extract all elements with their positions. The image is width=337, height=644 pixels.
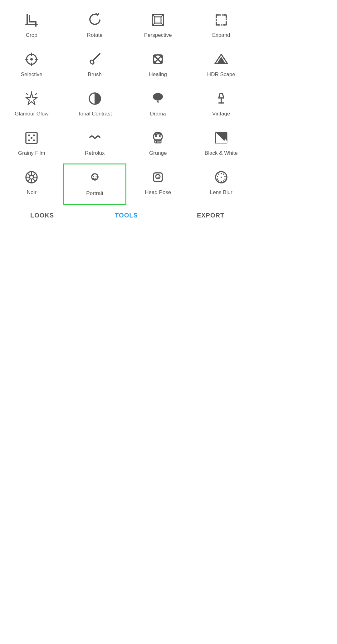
retrolux-icon	[87, 130, 102, 146]
svg-line-26	[27, 94, 27, 95]
glamour-icon	[24, 90, 39, 107]
tool-retrolux[interactable]: Retrolux	[63, 124, 127, 163]
brush-label: Brush	[88, 71, 102, 78]
tool-perspective[interactable]: Perspective	[126, 6, 190, 46]
tool-portrait[interactable]: Portrait	[63, 163, 127, 205]
crop-icon	[24, 12, 39, 28]
svg-point-39	[28, 139, 30, 141]
svg-marker-23	[217, 57, 226, 64]
vintage-label: Vintage	[212, 110, 230, 117]
perspective-label: Perspective	[144, 32, 172, 39]
svg-point-69	[218, 173, 219, 175]
rotate-label: Rotate	[87, 32, 103, 39]
tool-expand[interactable]: Expand	[190, 6, 253, 46]
head-pose-label: Head Pose	[145, 189, 171, 196]
selective-label: Selective	[21, 71, 42, 78]
svg-point-77	[217, 178, 218, 180]
svg-point-73	[224, 178, 226, 180]
svg-point-46	[159, 135, 161, 137]
hdr-label: HDR Scape	[207, 71, 235, 78]
svg-marker-32	[219, 94, 224, 98]
tools-grid: Crop Rotate Perspective	[0, 0, 253, 205]
grunge-label: Grunge	[149, 150, 167, 157]
svg-point-62	[95, 176, 96, 177]
svg-line-56	[27, 173, 30, 176]
svg-line-59	[27, 179, 30, 181]
retrolux-label: Retrolux	[85, 150, 105, 157]
svg-point-72	[224, 176, 226, 177]
svg-point-65	[157, 176, 158, 177]
tool-grainy-film[interactable]: Grainy Film	[0, 124, 63, 163]
noir-label: Noir	[27, 189, 37, 196]
grainy-icon	[24, 130, 39, 146]
tonal-icon	[87, 90, 102, 107]
vintage-icon	[214, 90, 229, 107]
svg-point-38	[31, 137, 32, 139]
bw-label: Black & White	[205, 150, 238, 157]
svg-line-57	[33, 179, 36, 181]
svg-point-37	[33, 134, 35, 136]
drama-icon	[150, 90, 165, 107]
svg-point-36	[28, 134, 30, 136]
svg-point-68	[221, 177, 222, 178]
svg-line-17	[99, 54, 100, 55]
svg-point-70	[221, 173, 222, 174]
healing-label: Healing	[149, 71, 167, 78]
svg-point-78	[217, 176, 218, 177]
portrait-label: Portrait	[86, 190, 103, 197]
svg-point-74	[223, 180, 224, 182]
tool-rotate[interactable]: Rotate	[63, 6, 127, 46]
svg-point-45	[155, 135, 157, 137]
svg-rect-7	[155, 17, 161, 23]
grainy-label: Grainy Film	[18, 150, 45, 157]
brush-icon	[87, 51, 102, 67]
nav-looks[interactable]: LOOKS	[0, 205, 84, 226]
nav-export[interactable]: EXPORT	[168, 205, 253, 226]
tool-crop[interactable]: Crop	[0, 6, 63, 46]
tool-vintage[interactable]: Vintage	[190, 85, 253, 124]
bw-icon	[214, 130, 229, 146]
svg-point-40	[33, 139, 35, 141]
tonal-label: Tonal Contrast	[78, 110, 112, 117]
tool-head-pose[interactable]: Head Pose	[126, 163, 190, 205]
lens-blur-label: Lens Blur	[210, 189, 232, 196]
tool-healing[interactable]: Healing	[126, 46, 190, 85]
svg-rect-8	[216, 15, 226, 25]
expand-label: Expand	[212, 32, 230, 39]
tool-black-white[interactable]: Black & White	[190, 124, 253, 163]
tool-drama[interactable]: Drama	[126, 85, 190, 124]
lensblur-icon	[214, 169, 229, 185]
svg-line-27	[36, 94, 37, 95]
portrait-icon	[87, 170, 102, 186]
svg-point-71	[223, 173, 224, 175]
nav-tools[interactable]: TOOLS	[84, 205, 168, 226]
tool-grunge[interactable]: Grunge	[126, 124, 190, 163]
svg-line-58	[33, 173, 36, 176]
svg-point-51	[30, 175, 33, 179]
svg-point-10	[30, 58, 33, 61]
noir-icon	[24, 169, 39, 185]
healing-icon	[150, 51, 165, 67]
crop-label: Crop	[26, 32, 37, 39]
selective-icon	[24, 51, 39, 67]
headpose-icon	[150, 169, 165, 185]
tool-noir[interactable]: Noir	[0, 163, 63, 205]
bottom-nav: LOOKS TOOLS EXPORT	[0, 205, 253, 226]
expand-icon	[214, 12, 229, 28]
perspective-icon	[150, 12, 165, 28]
tool-hdr-scape[interactable]: HDR Scape	[190, 46, 253, 85]
tool-tonal-contrast[interactable]: Tonal Contrast	[63, 85, 127, 124]
tool-glamour-glow[interactable]: Glamour Glow	[0, 85, 63, 124]
svg-point-75	[221, 181, 222, 182]
rotate-icon	[87, 12, 102, 28]
svg-point-66	[159, 176, 159, 177]
tool-selective[interactable]: Selective	[0, 46, 63, 85]
glamour-label: Glamour Glow	[15, 110, 49, 117]
drama-label: Drama	[150, 110, 166, 117]
hdr-icon	[214, 51, 229, 67]
grunge-icon	[150, 130, 165, 146]
tool-lens-blur[interactable]: Lens Blur	[190, 163, 253, 205]
svg-point-61	[93, 176, 94, 177]
tool-brush[interactable]: Brush	[63, 46, 127, 85]
svg-point-76	[218, 180, 219, 182]
